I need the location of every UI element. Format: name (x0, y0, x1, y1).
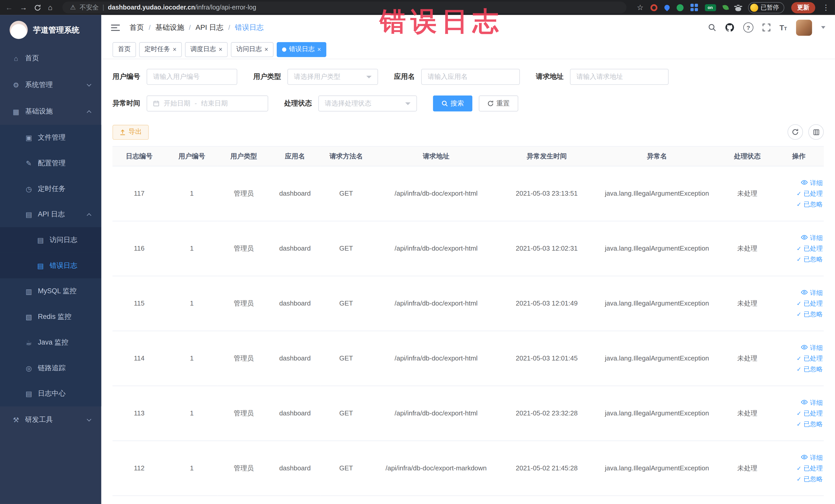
action-ignored-link[interactable]: ✓已忽略 (796, 365, 823, 374)
cell-user-id: 1 (166, 166, 218, 221)
action-detail-link[interactable]: 详细 (801, 398, 823, 407)
reset-button[interactable]: 重置 (479, 96, 518, 112)
sidebar-item-api-log[interactable]: ▤API 日志 (0, 202, 101, 227)
extension-on-badge-icon[interactable]: on (705, 4, 716, 11)
action-links: 详细✓已处理✓已忽略 (774, 343, 823, 374)
sidebar-item-access-log[interactable]: ▤访问日志 (0, 227, 101, 253)
update-button[interactable]: 更新 (791, 2, 815, 13)
action-detail-link[interactable]: 详细 (801, 288, 823, 297)
close-icon[interactable]: × (317, 46, 321, 53)
action-detail-link[interactable]: 详细 (801, 234, 823, 242)
cell-value: 未处理 (737, 464, 757, 472)
breadcrumb-item[interactable]: 首页 (130, 23, 144, 32)
action-ignored-link[interactable]: ✓已忽略 (796, 420, 823, 428)
action-processed-link[interactable]: ✓已处理 (796, 409, 823, 418)
extension-icon-1[interactable] (650, 4, 657, 11)
extension-leaf-icon[interactable] (722, 4, 729, 11)
close-icon[interactable]: × (219, 46, 223, 53)
sidebar-item-java[interactable]: ☕Java 监控 (0, 330, 101, 355)
close-icon[interactable]: × (173, 46, 177, 53)
search-button[interactable]: 搜索 (433, 96, 472, 112)
cell-user-type: 管理员 (218, 441, 269, 496)
action-processed-link[interactable]: ✓已处理 (796, 354, 823, 363)
user-id-placeholder: 请输入用户编号 (153, 72, 200, 81)
refresh-table-button[interactable] (788, 124, 803, 140)
cell-method: GET (320, 166, 372, 221)
breadcrumb-item[interactable]: 错误日志 (235, 23, 264, 32)
extension-icon-3[interactable] (677, 4, 684, 11)
column-header: 请求地址 (372, 146, 500, 166)
action-detail-link[interactable]: 详细 (801, 343, 823, 352)
action-ignored-link[interactable]: ✓已忽略 (796, 475, 823, 483)
status-select[interactable]: 请选择处理状态 (318, 96, 417, 112)
sidebar-item-devtools[interactable]: ⚒研发工具 (0, 406, 101, 433)
sidebar-item-infra[interactable]: ▦基础设施 (0, 98, 101, 125)
help-icon[interactable]: ? (743, 22, 753, 32)
user-type-select[interactable]: 请选择用户类型 (287, 69, 378, 85)
cell-time: 2021-05-02 23:32:28 (500, 386, 593, 441)
action-ignored-link[interactable]: ✓已忽略 (796, 310, 823, 319)
cell-user-type: 管理员 (218, 386, 269, 441)
sidebar-item-system[interactable]: ⚙系统管理 (0, 72, 101, 98)
sidebar-item-error-log[interactable]: ▤错误日志 (0, 253, 101, 279)
user-id-input[interactable]: 请输入用户编号 (147, 69, 237, 85)
action-detail-link[interactable]: 详细 (801, 178, 823, 187)
user-avatar[interactable] (796, 20, 812, 36)
extension-icon-2[interactable] (663, 4, 671, 11)
cell-status: 未处理 (720, 276, 774, 331)
tab-error-log[interactable]: 错误日志× (277, 42, 326, 57)
search-icon[interactable] (708, 23, 716, 31)
paused-badge[interactable]: 已暂停 (748, 2, 784, 13)
sidebar-item-redis[interactable]: ▧Redis 监控 (0, 304, 101, 330)
font-size-icon[interactable]: TT (779, 23, 787, 32)
exception-time-range-picker[interactable]: 开始日期 - 结束日期 (147, 96, 268, 112)
avatar-chevron-down-icon[interactable] (821, 26, 826, 29)
cell-value: 管理员 (234, 409, 254, 417)
browser-reload-icon[interactable] (34, 4, 41, 11)
close-icon[interactable]: × (264, 46, 268, 53)
action-ignored-link[interactable]: ✓已忽略 (796, 200, 823, 209)
breadcrumb-item[interactable]: API 日志 (196, 23, 224, 32)
browser-back-icon[interactable]: ← (5, 4, 13, 11)
tab-access-log[interactable]: 访问日志× (231, 42, 273, 57)
request-url-input[interactable]: 请输入请求地址 (570, 69, 669, 85)
github-icon[interactable] (725, 23, 734, 32)
logo[interactable]: 芋道管理系统 (0, 15, 101, 45)
screenshot-root: 错误日志 ← → ⌂ ⚠ 不安全 | dashboard.yudao.iocod… (0, 0, 835, 504)
action-processed-link[interactable]: ✓已处理 (796, 464, 823, 473)
action-processed-link[interactable]: ✓已处理 (796, 244, 823, 253)
sidebar-item-home[interactable]: ⌂首页 (0, 45, 101, 72)
export-button[interactable]: 导出 (113, 124, 149, 139)
action-processed-link[interactable]: ✓已处理 (796, 189, 823, 198)
tab-home[interactable]: 首页 (113, 42, 136, 57)
collapse-sidebar-icon[interactable] (111, 24, 120, 31)
sidebar-item-label: 错误日志 (49, 261, 77, 270)
breadcrumb-item[interactable]: 基础设施 (155, 23, 184, 32)
address-bar[interactable]: ⚠ 不安全 | dashboard.yudao.iocoder.cn/infra… (63, 2, 627, 13)
extension-paw-icon[interactable] (735, 7, 741, 11)
browser-menu-icon[interactable]: ⋮ (822, 3, 830, 12)
cell-value: 管理员 (234, 299, 254, 307)
tab-job[interactable]: 定时任务× (139, 42, 182, 57)
fullscreen-icon[interactable] (762, 23, 770, 31)
action-detail-link[interactable]: 详细 (801, 453, 823, 462)
cell-value: GET (339, 245, 353, 252)
app-name-input[interactable]: 请输入应用名 (421, 69, 520, 85)
sidebar-item-trace[interactable]: ◎链路追踪 (0, 355, 101, 381)
action-processed-link[interactable]: ✓已处理 (796, 299, 823, 308)
action-ignored-link[interactable]: ✓已忽略 (796, 255, 823, 264)
sidebar-item-job[interactable]: ◷定时任务 (0, 176, 101, 202)
cell-app-name: dashboard (270, 166, 320, 221)
sidebar-item-file[interactable]: ▣文件管理 (0, 125, 101, 150)
sidebar-item-config[interactable]: ✎配置管理 (0, 150, 101, 176)
sidebar-item-log-center[interactable]: ▤日志中心 (0, 381, 101, 406)
browser-home-icon[interactable]: ⌂ (48, 4, 53, 11)
sidebar-item-mysql[interactable]: ▥MySQL 监控 (0, 278, 101, 304)
column-settings-button[interactable] (808, 124, 824, 140)
bookmark-star-icon[interactable]: ☆ (637, 4, 644, 11)
cell-value: 未处理 (737, 189, 757, 197)
tab-job-log[interactable]: 调度日志× (185, 42, 228, 57)
browser-forward-icon[interactable]: → (20, 4, 27, 11)
action-label: 已忽略 (803, 475, 823, 483)
extension-icon-4[interactable] (691, 4, 698, 11)
